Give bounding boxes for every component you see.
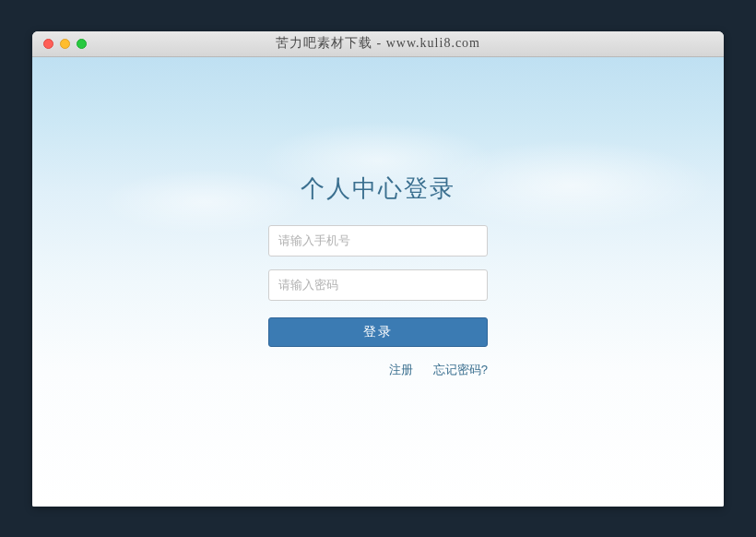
window-controls xyxy=(32,39,87,49)
title-bar: 苦力吧素材下载 - www.kuli8.com xyxy=(32,31,724,57)
close-icon[interactable] xyxy=(43,39,53,49)
login-form: 登录 注册 忘记密码? xyxy=(268,225,488,378)
minimize-icon[interactable] xyxy=(60,39,70,49)
maximize-icon[interactable] xyxy=(77,39,87,49)
forgot-password-link[interactable]: 忘记密码? xyxy=(433,362,488,378)
phone-input[interactable] xyxy=(268,225,488,257)
register-link[interactable]: 注册 xyxy=(389,362,413,378)
password-input[interactable] xyxy=(268,269,488,301)
page-content: 个人中心登录 登录 注册 忘记密码? xyxy=(32,57,724,507)
links-row: 注册 忘记密码? xyxy=(268,362,488,378)
browser-window: 苦力吧素材下载 - www.kuli8.com 个人中心登录 登录 注册 忘记密… xyxy=(32,31,724,507)
login-button[interactable]: 登录 xyxy=(268,317,488,347)
login-heading: 个人中心登录 xyxy=(301,173,455,205)
window-title: 苦力吧素材下载 - www.kuli8.com xyxy=(32,35,724,52)
